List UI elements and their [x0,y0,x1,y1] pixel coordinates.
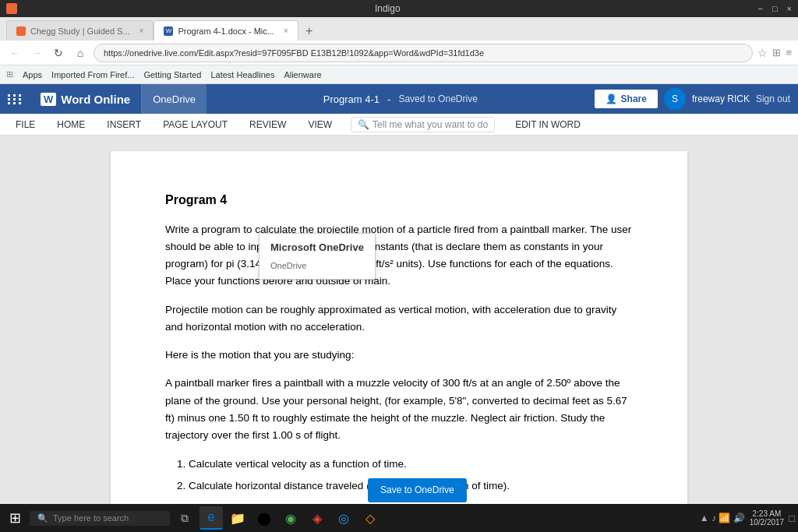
document-para-4: A paintball marker fires a paintball wit… [165,375,633,444]
browser-brand: Indigo [375,3,401,14]
tab-favicon-word: W [164,26,173,36]
save-to-onedrive-popup[interactable]: Save to OneDrive [368,478,467,502]
tell-me-input[interactable]: 🔍 Tell me what you want to do [351,117,495,132]
taskbar-search-area[interactable]: 🔍 Type here to search [30,511,170,526]
word-header-left: W Word Online OneDrive [0,84,207,114]
back-button[interactable]: ← [6,44,23,62]
bookmark-getting-started[interactable]: Getting Started [143,70,201,79]
share-icon: 👤 [606,93,617,104]
taskbar-search-placeholder[interactable]: Type here to search [53,513,129,523]
document-page: Program 4 Write a program to calculate t… [111,151,687,515]
document-para-3: Here is the motion that you are studying… [165,347,633,364]
taskbar-explorer-icon[interactable]: 📁 [226,506,249,530]
browser-title-bar: Indigo − □ × [0,0,798,17]
share-label: Share [621,93,647,104]
search-icon: 🔍 [358,119,369,130]
document-para-2: Projectile motion can be roughly approxi… [165,301,633,336]
tab-label-word: Program 4-1.docx - Mic... [178,26,274,36]
user-name[interactable]: freeway RICK [692,93,750,104]
search-icon: 🔍 [37,513,48,523]
home-button[interactable]: ⌂ [72,44,89,62]
forward-button[interactable]: → [28,44,45,62]
new-tab-button[interactable]: + [302,22,317,41]
taskbar-edge-icon[interactable]: e [200,506,223,530]
bookmark-alienware[interactable]: Alienware [284,70,321,79]
tab-word[interactable]: W Program 4-1.docx - Mic... × [154,20,298,41]
onedrive-tooltip-sub: OneDrive [270,259,364,273]
sign-out-link[interactable]: Sign out [756,93,790,104]
taskbar-chrome-icon[interactable]: ⬤ [252,506,276,530]
tab-close-word[interactable]: × [284,26,288,35]
word-logo-text: Word Online [61,93,130,106]
word-header-center: Program 4-1 - Saved to OneDrive [207,93,594,105]
onedrive-tab[interactable]: OneDrive [142,84,207,114]
list-item-1: Calculate vertical velocity as a functio… [189,456,633,473]
address-bar-right: ☆ ⊞ ≡ [757,47,792,59]
url-input[interactable] [94,44,753,62]
user-avatar: S [664,88,686,110]
edit-in-word-button[interactable]: EDIT IN WORD [510,116,585,133]
bookmark-imported[interactable]: Imported From Firef... [51,70,134,79]
apps-label: ⊞ [6,69,13,79]
tab-bar: Chegg Study | Guided S... × W Program 4-… [0,17,798,41]
address-bar: ← → ↻ ⌂ ☆ ⊞ ≡ [0,41,798,65]
word-w-icon: W [41,93,56,106]
ribbon-file[interactable]: FILE [12,116,38,133]
menu-icon[interactable]: ≡ [786,47,792,58]
taskbar: ⊞ 🔍 Type here to search ⧉ e 📁 ⬤ ◉ ◈ ◎ ◇ … [0,504,798,532]
bookmark-star-icon[interactable]: ☆ [757,47,768,59]
close-button[interactable]: × [787,4,792,13]
ribbon-insert[interactable]: INSERT [104,116,144,133]
ribbon-home[interactable]: HOME [54,116,88,133]
taskbar-time-display: 2:23 AM [750,509,785,518]
document-heading: Program 4 [165,190,633,210]
waffle-menu-button[interactable] [0,84,30,114]
onedrive-tooltip: Microsoft OneDrive OneDrive [259,233,376,280]
start-button[interactable]: ⊞ [3,506,26,530]
taskbar-app4-icon[interactable]: ◈ [305,506,329,530]
bookmark-apps[interactable]: Apps [23,70,42,79]
share-button[interactable]: 👤 Share [595,90,658,108]
title-bar-left [6,3,17,14]
tab-close-chegg[interactable]: × [139,26,144,35]
title-separator: - [387,93,390,105]
notification-icon[interactable]: □ [789,513,795,524]
taskbar-app5-icon[interactable]: ◎ [332,506,355,530]
document-para-1: Write a program to calculate the project… [165,221,633,291]
ribbon-page-layout[interactable]: PAGE LAYOUT [160,116,231,133]
doc-save-status: Saved to OneDrive [398,93,477,104]
document-area: Program 4 Write a program to calculate t… [0,136,798,515]
taskbar-app6-icon[interactable]: ◇ [358,506,382,530]
document-title: Program 4-1 [323,93,380,105]
bookmark-latest-headlines[interactable]: Latest Headlines [210,70,274,79]
onedrive-tooltip-title: Microsoft OneDrive [270,240,364,256]
extensions-icon[interactable]: ⊞ [772,47,781,58]
task-view-button[interactable]: ⧉ [173,506,196,530]
bookmarks-bar: ⊞ Apps Imported From Firef... Getting St… [0,65,798,84]
window-controls[interactable]: − □ × [757,4,792,13]
word-logo: W Word Online [30,84,142,114]
tell-me-label: Tell me what you want to do [373,119,488,130]
tab-favicon-chegg [16,26,26,36]
minimize-button[interactable]: − [757,4,762,13]
taskbar-left: ⊞ 🔍 Type here to search ⧉ e 📁 ⬤ ◉ ◈ ◎ ◇ [3,506,382,530]
taskbar-date-display: 10/2/2017 [750,518,785,527]
tab-label-chegg: Chegg Study | Guided S... [30,26,130,36]
maximize-button[interactable]: □ [772,4,778,13]
browser-favicon [6,3,17,14]
word-header-right: 👤 Share S freeway RICK Sign out [595,88,798,110]
ribbon-menu: FILE HOME INSERT PAGE LAYOUT REVIEW VIEW… [0,114,798,136]
ribbon-view[interactable]: VIEW [305,116,335,133]
taskbar-app3-icon[interactable]: ◉ [279,506,302,530]
refresh-button[interactable]: ↻ [50,44,67,62]
taskbar-icons-area: ▲ ♪ 📶 🔊 [700,513,745,523]
taskbar-right: ▲ ♪ 📶 🔊 2:23 AM 10/2/2017 □ [700,509,795,527]
ribbon-review[interactable]: REVIEW [246,116,289,133]
tab-chegg[interactable]: Chegg Study | Guided S... × [6,20,154,41]
taskbar-clock: 2:23 AM 10/2/2017 [750,509,785,527]
word-header: W Word Online OneDrive Program 4-1 - Sav… [0,84,798,114]
